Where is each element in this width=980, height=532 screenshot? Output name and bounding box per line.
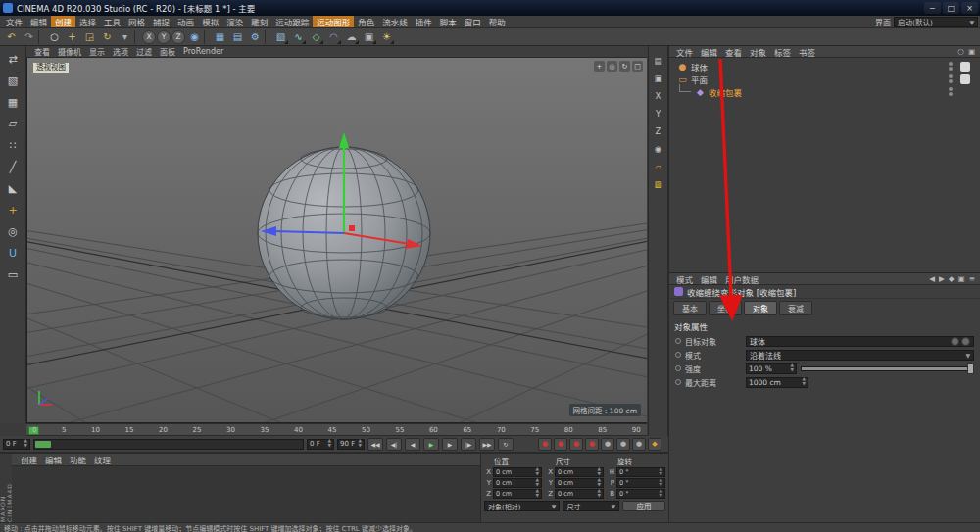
snap-settings-icon[interactable]: ▨	[651, 177, 665, 191]
menu-item[interactable]: 窗口	[461, 16, 485, 27]
pin-icon[interactable]: ◆	[949, 274, 955, 283]
menu-item[interactable]: 动画	[173, 16, 198, 27]
object-row[interactable]: ● 球体	[669, 60, 980, 73]
last-tool-button[interactable]: ▾	[117, 29, 133, 45]
maximize-view-icon[interactable]: □	[632, 61, 643, 72]
size-field[interactable]: 0 cm▲▼	[555, 467, 604, 477]
undo-button[interactable]: ↶	[3, 29, 20, 45]
viewport-menu-item[interactable]: ProRender	[179, 47, 227, 56]
loop-button[interactable]: ↻	[498, 438, 514, 451]
attribute-menu-item[interactable]: 用户数据	[721, 273, 762, 284]
current-frame-field[interactable]: 0 F ▲▼	[3, 439, 30, 450]
max-distance-field[interactable]: 1000 cm ▲▼	[746, 377, 808, 388]
object-manager-menu-item[interactable]: 查看	[721, 46, 746, 57]
make-editable-icon[interactable]: ⇄	[3, 50, 23, 69]
record-rotation-button[interactable]: ●	[601, 438, 614, 451]
record-pla-button[interactable]: ●	[632, 438, 646, 451]
menu-item[interactable]: 编辑	[26, 16, 51, 27]
rotate-view-icon[interactable]: ↻	[619, 61, 630, 72]
material-menu-item[interactable]: 功能	[66, 454, 90, 465]
spinner-icon[interactable]: ▲▼	[536, 467, 539, 477]
size-mode-select[interactable]: 尺寸 ▼	[563, 501, 619, 511]
prev-key-button[interactable]: ◀|	[386, 438, 402, 451]
spinner-icon[interactable]: ▲▼	[328, 439, 331, 449]
polygons-mode-icon[interactable]: ◣	[3, 179, 23, 198]
spinner-icon[interactable]: ▲▼	[536, 489, 539, 499]
attribute-tab[interactable]: 对象	[744, 301, 777, 315]
object-manager-menu-item[interactable]: 文件	[672, 46, 697, 57]
record-parameter-button[interactable]: ●	[616, 438, 630, 451]
close-button[interactable]: ×	[961, 2, 978, 14]
menu-item[interactable]: 工具	[100, 16, 124, 27]
preview-range-slider[interactable]	[33, 439, 304, 450]
menu-item[interactable]: 运动跟踪	[271, 16, 313, 27]
menu-item[interactable]: 渲染	[222, 16, 247, 27]
object-manager-menu-item[interactable]: 书签	[795, 46, 819, 57]
position-field[interactable]: 0 cm▲▼	[493, 467, 542, 477]
position-field[interactable]: 0 cm▲▼	[493, 478, 542, 488]
menu-item[interactable]: 脚本	[436, 16, 461, 27]
locked-workplane-icon[interactable]: ▭	[3, 266, 23, 284]
workplane-mode-icon[interactable]: ▱	[3, 115, 23, 133]
attribute-menu-item[interactable]: 模式	[672, 273, 697, 284]
add-subdivision-button[interactable]: ◇	[308, 29, 324, 45]
lock-icon[interactable]: ▣	[968, 47, 975, 56]
menu-item[interactable]: 帮助	[485, 16, 510, 27]
play-forward-button[interactable]: ▶	[423, 438, 439, 451]
object-menu-icon[interactable]	[961, 337, 970, 346]
keyframe-dot[interactable]	[675, 379, 681, 385]
viewport-menu-item[interactable]: 过滤	[132, 46, 156, 57]
coordinate-group-header[interactable]: 尺寸	[546, 456, 604, 466]
menu-item[interactable]: 文件	[2, 16, 26, 27]
viewport-menu-item[interactable]: 查看	[30, 46, 54, 57]
menu-item[interactable]: 捕捉	[149, 16, 173, 27]
strength-field[interactable]: 100 % ▲▼	[746, 363, 797, 374]
menu-item[interactable]: 创建	[51, 16, 75, 27]
viewport-menu-item[interactable]: 显示	[85, 46, 109, 57]
viewport-solo-icon[interactable]: ◎	[3, 222, 23, 241]
menu-item[interactable]: 插件	[412, 16, 436, 27]
spinner-icon[interactable]: ▲▼	[598, 478, 601, 488]
keyframe-dot[interactable]	[675, 365, 681, 371]
coordinate-mode-select[interactable]: 对象(相对) ▼	[484, 501, 560, 511]
model-mode-icon[interactable]: ▧	[3, 72, 23, 90]
minimize-button[interactable]: ─	[924, 2, 941, 14]
next-frame-button[interactable]: ▶	[442, 438, 458, 451]
object-label[interactable]: 平面	[691, 73, 708, 85]
phong-tag-icon[interactable]	[960, 62, 970, 72]
visibility-dots[interactable]	[949, 87, 953, 96]
points-mode-icon[interactable]: ∷	[3, 136, 23, 155]
move-button[interactable]: +	[64, 29, 80, 45]
spinner-icon[interactable]: ▲▼	[791, 363, 794, 373]
live-selection-button[interactable]: ○	[46, 29, 63, 45]
visibility-dots[interactable]	[949, 74, 953, 83]
rotation-field[interactable]: 0 °▲▼	[616, 467, 665, 477]
add-deformer-button[interactable]: ◠	[325, 29, 342, 45]
menu-item[interactable]: 选择	[75, 16, 100, 27]
back-arrow-icon[interactable]: ◀	[929, 274, 935, 283]
slider-knob[interactable]	[967, 363, 974, 374]
menu-item[interactable]: 流水线	[378, 16, 412, 27]
edges-mode-icon[interactable]: ╱	[3, 158, 23, 176]
material-menu-item[interactable]: 纹理	[90, 454, 115, 465]
zoom-view-icon[interactable]: ◎	[607, 61, 617, 72]
add-camera-button[interactable]: ▣	[361, 29, 377, 45]
add-primitive-button[interactable]: ▧	[272, 29, 289, 45]
pan-view-icon[interactable]: +	[594, 61, 605, 72]
next-key-button[interactable]: |▶	[461, 438, 476, 451]
add-environment-button[interactable]: ☁	[343, 29, 360, 45]
record-keyframe-button[interactable]: ●	[538, 438, 552, 451]
keyframe-selection-button[interactable]: ◆	[648, 438, 662, 451]
rotation-field[interactable]: 0 °▲▼	[616, 489, 665, 499]
object-manager-menu-item[interactable]: 编辑	[697, 46, 721, 57]
scale-button[interactable]: ◲	[81, 29, 98, 45]
viewport-menu-item[interactable]: 面板	[156, 46, 179, 57]
object-manager-menu-item[interactable]: 标签	[770, 46, 795, 57]
menu-item[interactable]: 角色	[354, 16, 378, 27]
material-menu-item[interactable]: 创建	[17, 454, 41, 465]
workplane-icon[interactable]: ▱	[651, 160, 665, 173]
target-object-field[interactable]: 球体	[746, 336, 974, 347]
viewport-menu-item[interactable]: 选项	[109, 46, 132, 57]
menu-icon[interactable]: ≡	[969, 274, 975, 283]
visibility-dots[interactable]	[949, 62, 953, 71]
